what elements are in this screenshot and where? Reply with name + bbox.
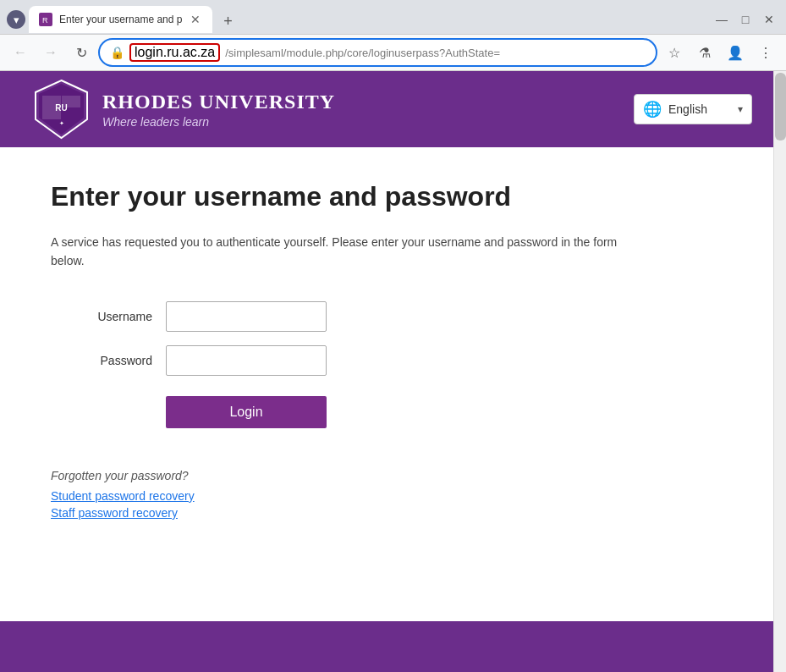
back-button[interactable]: ←: [7, 39, 34, 66]
login-form: Username Password Login: [51, 301, 735, 428]
domain-text: login.ru.ac.za: [135, 45, 215, 59]
profile-button[interactable]: 👤: [722, 39, 749, 66]
university-tagline: Where leaders learn: [102, 115, 335, 129]
globe-icon: 🌐: [643, 100, 662, 118]
logo-text: RHODES UNIVERSITY Where leaders learn: [102, 91, 335, 129]
logo-shield: RU ✦: [34, 79, 89, 140]
address-domain: login.ru.ac.za: [129, 43, 220, 62]
login-button[interactable]: Login: [166, 396, 327, 428]
security-icon: 🔒: [110, 46, 124, 59]
site-footer: [0, 621, 786, 672]
title-bar: ▾ R Enter your username and p ✕ + — □ ✕: [0, 0, 786, 34]
bookmark-button[interactable]: ☆: [661, 39, 688, 66]
maximize-button[interactable]: □: [735, 9, 756, 30]
reload-button[interactable]: ↻: [68, 39, 95, 66]
minimize-button[interactable]: —: [712, 9, 732, 30]
button-row: Login: [166, 396, 327, 428]
dropdown-arrow-icon: ▾: [738, 103, 743, 115]
address-bar[interactable]: 🔒 login.ru.ac.za /simplesaml/module.php/…: [98, 38, 657, 67]
description-text: A service has requested you to authentic…: [51, 233, 643, 271]
recovery-heading: Forgotten your password?: [51, 469, 735, 482]
svg-text:RU: RU: [55, 103, 67, 113]
username-row: Username: [51, 301, 327, 332]
language-label: English: [668, 102, 731, 116]
tab-close-button[interactable]: ✕: [189, 13, 202, 26]
tab-strip: R Enter your username and p ✕ +: [29, 6, 708, 33]
university-name: RHODES UNIVERSITY: [102, 91, 335, 113]
student-recovery-link[interactable]: Student password recovery: [51, 489, 735, 503]
password-input[interactable]: [166, 345, 327, 376]
logo-area: RU ✦ RHODES UNIVERSITY Where leaders lea…: [34, 79, 335, 140]
scrollbar-thumb[interactable]: [775, 73, 786, 140]
labs-button[interactable]: ⚗: [691, 39, 718, 66]
username-label: Username: [51, 310, 152, 323]
address-path: /simplesaml/module.php/core/loginuserpas…: [225, 47, 500, 59]
window-controls-left: ▾: [7, 10, 25, 29]
language-selector[interactable]: 🌐 English ▾: [634, 94, 752, 124]
nav-icons-right: ☆ ⚗ 👤 ⋮: [661, 39, 779, 66]
nav-bar: ← → ↻ 🔒 login.ru.ac.za /simplesaml/modul…: [0, 34, 786, 71]
username-input[interactable]: [166, 301, 327, 332]
profile-icon[interactable]: ▾: [7, 10, 25, 29]
scrollbar-track[interactable]: [773, 71, 786, 672]
page-title: Enter your username and password: [51, 181, 735, 212]
staff-recovery-link[interactable]: Staff password recovery: [51, 506, 735, 520]
tab-favicon: R: [39, 13, 52, 26]
close-button[interactable]: ✕: [759, 9, 779, 30]
forward-button[interactable]: →: [37, 39, 64, 66]
active-tab[interactable]: R Enter your username and p ✕: [29, 6, 212, 33]
site-header: RU ✦ RHODES UNIVERSITY Where leaders lea…: [0, 71, 786, 147]
recovery-section: Forgotten your password? Student passwor…: [51, 469, 735, 520]
main-content: Enter your username and password A servi…: [0, 147, 786, 621]
new-tab-button[interactable]: +: [216, 9, 239, 33]
password-label: Password: [51, 354, 152, 367]
password-row: Password: [51, 345, 327, 376]
tab-title: Enter your username and p: [59, 14, 182, 25]
page-wrapper: RU ✦ RHODES UNIVERSITY Where leaders lea…: [0, 71, 786, 672]
window-controls: — □ ✕: [712, 9, 779, 30]
svg-text:✦: ✦: [59, 120, 64, 126]
menu-button[interactable]: ⋮: [752, 39, 779, 66]
svg-text:R: R: [42, 16, 48, 25]
